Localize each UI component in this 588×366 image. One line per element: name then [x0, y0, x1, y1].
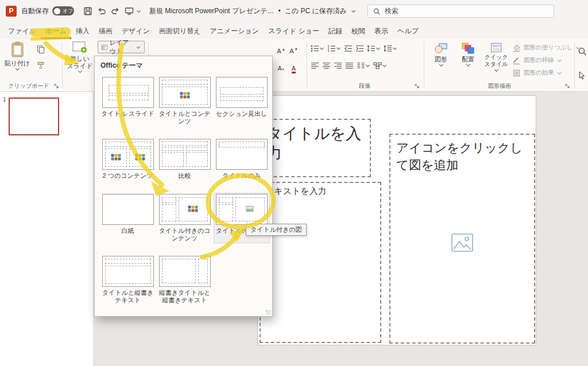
slide-thumbnail-1[interactable]	[9, 98, 59, 135]
ribbon-tab-10[interactable]: 表示	[370, 22, 393, 39]
shape-format-stack: 図形の塗りつぶし 図形の枠線 図形の効果	[512, 42, 581, 79]
indent-increase-button[interactable]	[355, 44, 365, 53]
drawing-dialog-launcher[interactable]	[565, 83, 571, 89]
line-spacing-button[interactable]	[383, 44, 398, 53]
picture-placeholder[interactable]: アイコンをクリックして図を追加	[389, 134, 535, 344]
placeholder-outline	[162, 147, 184, 151]
shape-effects-button[interactable]: 図形の効果	[512, 67, 581, 79]
resize-gripper-icon[interactable]	[266, 310, 271, 315]
clear-format-icon: A×	[277, 65, 284, 72]
paragraph-dialog-launcher[interactable]	[415, 83, 421, 89]
indent-decrease-button[interactable]	[343, 44, 353, 53]
body-text-placeholder[interactable]: テキストを入力	[260, 182, 381, 343]
autosave-state: オフ	[63, 7, 73, 15]
columns-button[interactable]	[356, 61, 371, 71]
quick-access-chevron-icon[interactable]	[137, 8, 141, 12]
layout-item-title-content[interactable]: タイトルとコンテンツ	[157, 76, 212, 126]
text-direction-button[interactable]	[366, 44, 381, 53]
paragraph-group-label: 段落	[310, 82, 419, 90]
format-painter-button[interactable]	[34, 60, 47, 71]
placeholder-outline	[162, 204, 176, 221]
layout-item-blank[interactable]: 白紙	[100, 193, 156, 243]
ribbon-tab-9[interactable]: 校閲	[347, 22, 370, 39]
ribbon-tab-8[interactable]: 記録	[324, 22, 347, 39]
display-settings-button[interactable]	[122, 3, 136, 18]
align-right-button[interactable]	[333, 61, 343, 71]
numbering-icon	[327, 45, 336, 52]
undo-button[interactable]	[95, 3, 109, 18]
placeholder-outline	[219, 204, 233, 221]
ribbon-tab-6[interactable]: アニメーション	[205, 22, 264, 39]
align-left-button[interactable]	[310, 61, 320, 71]
smartart-button[interactable]	[373, 61, 388, 71]
layout-item-comparison[interactable]: 比較	[157, 138, 212, 180]
paste-button[interactable]: 貼り付け	[3, 41, 31, 71]
editor-search-button[interactable]	[575, 44, 588, 59]
select-tool-button[interactable]	[575, 68, 588, 83]
bullets-button[interactable]	[310, 44, 325, 53]
redo-button[interactable]	[109, 3, 122, 18]
clipboard-dialog-launcher[interactable]	[54, 83, 60, 89]
ribbon-tab-3[interactable]: 描画	[94, 22, 117, 39]
clipboard-group-label: クリップボード	[0, 82, 57, 90]
layout-item-vtitle-vtext[interactable]: 縦書きタイトルと縦書きテキスト	[157, 255, 212, 305]
ribbon-tab-4[interactable]: デザイン	[117, 22, 154, 39]
layout-item-content-caption[interactable]: タイトル付きのコンテンツ	[157, 193, 212, 243]
layout-item-two-content[interactable]: 2 つのコンテンツ	[100, 138, 156, 180]
font-size-decrease-button[interactable]: A▼	[288, 45, 299, 56]
layout-thumbnail-blank	[102, 194, 154, 225]
ribbon-tab-7[interactable]: スライド ショー	[264, 22, 324, 39]
clear-format-button[interactable]: A×	[276, 62, 287, 73]
arrange-icon	[462, 42, 474, 54]
layout-item-title[interactable]: タイトル スライド	[100, 76, 156, 126]
font-color-button[interactable]: A	[288, 62, 299, 73]
layout-item-label: タイトルのみ	[215, 172, 269, 180]
justify-button[interactable]	[345, 61, 354, 71]
slide-canvas[interactable]: タイトルを入力 テキストを入力 アイコンをクリックして図を追加	[257, 95, 536, 345]
shape-fill-button[interactable]: 図形の塗りつぶし	[512, 42, 581, 53]
arrange-button[interactable]: 配置	[456, 42, 480, 67]
layout-button[interactable]: レイアウト	[98, 41, 145, 53]
layout-icon	[102, 44, 107, 50]
paragraph-icons-top-row	[310, 44, 398, 53]
new-slide-icon	[72, 41, 87, 53]
font-size-increase-button[interactable]: A▲	[276, 45, 287, 56]
ribbon-tab-bar: ファイルホーム挿入描画デザイン画面切り替えアニメーションスライド ショー記録校閲…	[0, 22, 588, 39]
search-box[interactable]: 検索	[368, 5, 554, 18]
layout-item-label: 白紙	[101, 227, 155, 235]
shape-outline-button[interactable]: 図形の枠線	[512, 54, 581, 66]
save-status-chevron-icon[interactable]	[351, 8, 355, 12]
autosave-toggle[interactable]: オフ	[52, 6, 74, 15]
placeholder-outline	[162, 152, 184, 167]
ribbon-tab-1[interactable]: ホーム	[41, 22, 71, 39]
ribbon-tab-2[interactable]: 挿入	[71, 22, 94, 39]
redo-icon	[111, 7, 120, 15]
align-center-button[interactable]	[322, 61, 331, 71]
ribbon-tab-0[interactable]: ファイル	[3, 22, 41, 39]
quick-styles-button[interactable]: クイック スタイル	[482, 42, 510, 74]
quick-styles-chevron-icon	[494, 68, 498, 72]
align-right-icon	[334, 62, 342, 69]
shapes-button[interactable]: 図形	[428, 42, 454, 67]
save-status[interactable]: この PC に保存済み	[285, 6, 347, 16]
content-icons	[188, 205, 198, 212]
layout-item-title-only[interactable]: タイトルのみ	[214, 138, 269, 180]
layout-item-section[interactable]: セクション見出し	[214, 76, 269, 126]
copy-button[interactable]	[34, 44, 47, 55]
document-title[interactable]: 新規 Microsoft PowerPoint プレゼンテ…	[149, 6, 274, 16]
placeholder-outline	[162, 259, 196, 283]
layout-item-label: タイトルとコンテンツ	[158, 110, 212, 125]
powerpoint-app-icon[interactable]: P	[6, 6, 17, 17]
title-placeholder[interactable]: タイトルを入力	[262, 119, 371, 177]
ribbon-tab-11[interactable]: ヘルプ	[393, 22, 423, 39]
numbering-button[interactable]	[327, 44, 342, 53]
chevron-down-icon	[366, 63, 370, 67]
layout-menu-grid: タイトル スライドタイトルとコンテンツセクション見出し2 つのコンテンツ比較タイ…	[99, 76, 269, 305]
insert-picture-icon[interactable]	[451, 233, 473, 252]
group-divider	[424, 42, 424, 88]
content-icons	[135, 154, 145, 161]
layout-item-title-vtext[interactable]: タイトルと縦書きテキスト	[100, 255, 156, 305]
save-button[interactable]	[81, 3, 95, 18]
ribbon-tab-5[interactable]: 画面切り替え	[154, 22, 206, 39]
new-slide-button[interactable]: 新しい スライド	[64, 41, 95, 73]
